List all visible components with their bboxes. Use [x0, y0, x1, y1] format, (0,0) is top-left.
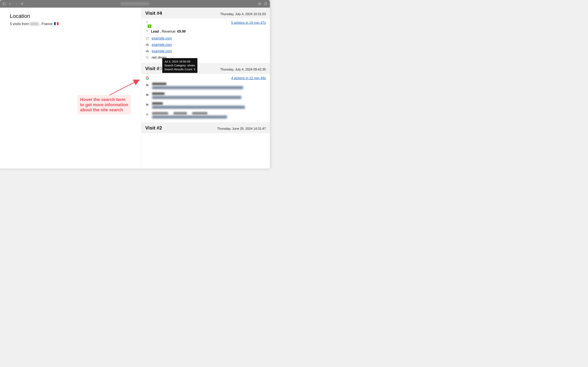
- lead-label: Lead: [151, 30, 159, 33]
- action-item-page: [145, 91, 266, 100]
- blurred-text: [152, 92, 164, 95]
- tooltip-line: Search Results Count: 5: [164, 67, 195, 71]
- search-tooltip: Jul 4, 2024 10:50:49 Search Category: sh…: [162, 58, 197, 73]
- left-sidebar-strip: [0, 8, 4, 168]
- action-list: example.com example.com: [145, 35, 266, 61]
- action-link[interactable]: example.com: [152, 43, 172, 47]
- folder-icon: [145, 103, 149, 107]
- cloud-download-icon: [145, 49, 149, 53]
- reader-icon[interactable]: [258, 2, 261, 5]
- svg-line-8: [106, 80, 139, 97]
- blurred-city: [30, 22, 39, 26]
- visit-title: Visit #4: [145, 10, 162, 16]
- browser-toolbar: [0, 0, 270, 8]
- url-bar[interactable]: [121, 2, 149, 6]
- revenue-label: , Revenue:: [159, 30, 177, 33]
- visit-date: Thursday, June 20, 2024 14:31:47: [217, 127, 266, 131]
- country-text: , France: [40, 22, 53, 26]
- visit-header: Visit #4 Thursday, July 4, 2024 10:31:03: [141, 8, 270, 18]
- svg-line-10: [147, 58, 148, 59]
- search-icon: [145, 56, 149, 59]
- visit-date: Thursday, July 4, 2024 09:42:35: [220, 67, 266, 71]
- actions-summary-link[interactable]: 4 actions in 12 min 49s: [231, 76, 266, 80]
- revenue-value: €9.99: [177, 30, 186, 33]
- folder-icon: [145, 83, 149, 87]
- action-item-search: red shoes Jul 4, 2024 10:50:49 Search Ca…: [145, 54, 266, 61]
- svg-rect-6: [264, 3, 267, 5]
- right-panel: Visit #4 Thursday, July 4, 2024 10:31:03…: [141, 8, 270, 168]
- location-heading: Location: [10, 13, 135, 19]
- tooltip-line: Jul 4, 2024 10:50:49: [164, 60, 195, 64]
- action-item-page: [145, 81, 266, 91]
- browser-window: Location 5 visits from , France Hover th…: [0, 0, 270, 168]
- blurred-text: [173, 112, 187, 115]
- left-panel: Location 5 visits from , France Hover th…: [0, 8, 141, 168]
- blurred-text: [152, 106, 245, 109]
- action-item-event: [145, 110, 266, 120]
- location-summary: 5 visits from , France: [10, 22, 135, 26]
- blurred-text: [152, 112, 168, 115]
- visit-header: Visit #2 Thursday, June 20, 2024 14:31:4…: [141, 122, 270, 133]
- reload-icon[interactable]: [20, 2, 24, 5]
- action-item-download: example.com: [145, 48, 266, 54]
- flag-icon: [145, 21, 149, 25]
- blurred-text: [152, 83, 166, 85]
- blurred-text: [152, 86, 243, 89]
- visits-from-text: 5 visits from: [10, 22, 29, 26]
- svg-point-9: [146, 56, 148, 58]
- visit-date: Thursday, July 4, 2024 10:31:03: [220, 12, 266, 16]
- visit-body: 4 actions in 12 min 49s: [141, 74, 270, 123]
- action-item-outlink: example.com: [145, 35, 266, 42]
- back-icon[interactable]: [9, 2, 12, 5]
- flag-icon: [145, 29, 149, 33]
- visit-title: Visit #2: [145, 125, 162, 131]
- blurred-text: [152, 116, 227, 119]
- actions-summary-link[interactable]: 5 actions in 19 min 47s: [231, 21, 266, 25]
- visit-header: Visit #3 Thursday, July 4, 2024 09:42:35: [141, 63, 270, 74]
- tooltip-line: Search Category: shoes: [164, 64, 195, 67]
- annotation-callout: Hover the search term to get more inform…: [78, 95, 131, 114]
- action-link[interactable]: example.com: [152, 49, 172, 53]
- action-link[interactable]: example.com: [152, 36, 172, 40]
- visit-title: Visit #3: [145, 66, 162, 71]
- tabs-icon[interactable]: [264, 2, 267, 5]
- forward-icon[interactable]: [14, 2, 18, 5]
- france-flag-icon: [54, 22, 59, 25]
- blurred-text: [152, 102, 163, 105]
- blurred-text: [152, 96, 241, 99]
- annotation-line: to get more information: [80, 102, 128, 107]
- action-item-download: example.com: [145, 42, 266, 48]
- external-link-icon: [145, 36, 149, 40]
- waveform-icon: [145, 112, 149, 116]
- goal-badge: 1: [147, 25, 151, 28]
- annotation-line: Hover the search term: [80, 97, 128, 102]
- cloud-download-icon: [145, 43, 149, 47]
- annotation-line: about the site search: [80, 107, 128, 112]
- folder-icon: [145, 93, 149, 97]
- visit-body: 5 actions in 19 min 47s 1 Lead , Revenue…: [141, 18, 270, 63]
- sidebar-toggle-icon[interactable]: [3, 2, 6, 5]
- blurred-text: [192, 112, 207, 115]
- action-item-page: [145, 100, 266, 110]
- google-icon: [145, 76, 149, 80]
- svg-rect-0: [3, 3, 6, 5]
- lead-row: Lead , Revenue: €9.99: [145, 29, 266, 33]
- content-area: Location 5 visits from , France Hover th…: [0, 8, 270, 168]
